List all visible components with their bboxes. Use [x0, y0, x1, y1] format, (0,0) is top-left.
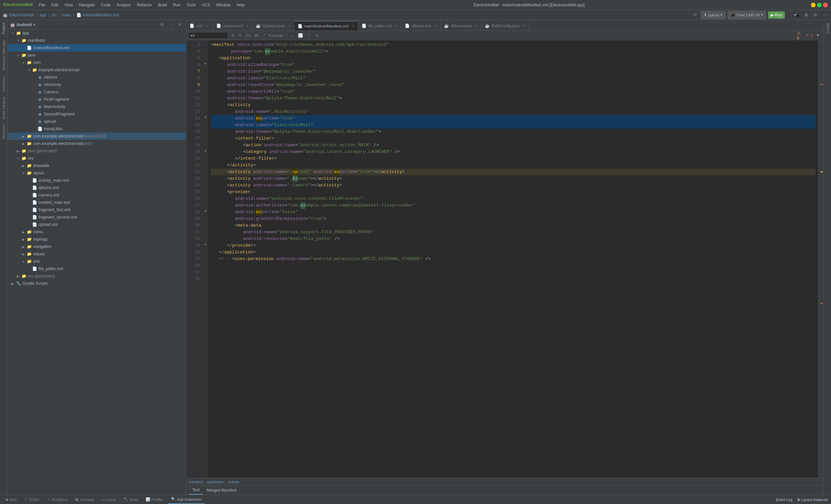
tree-item-com[interactable]: ▾ 📁 com — [7, 59, 186, 66]
device-dropdown[interactable]: 📱 Pixel 2 API 30 ▾ — [727, 11, 766, 19]
toggle-case-btn[interactable]: Cc — [245, 32, 252, 38]
tab-camera-java-close[interactable]: ✕ — [288, 24, 291, 28]
tab-buildconfig-close[interactable]: ✕ — [523, 24, 525, 28]
minimize-btn[interactable] — [811, 3, 815, 7]
tree-item-java-gen[interactable]: ▶ 📁 java (generated) — [7, 147, 186, 155]
tree-item-gradle[interactable]: ▶ 🔧 Gradle Scripts — [7, 280, 186, 287]
search-clear-btn[interactable]: ✕ — [237, 32, 243, 38]
tree-item-androidtest[interactable]: ▶ 📁 com.example.electronicmall (androidT… — [7, 132, 186, 140]
bottom-tab-terminal[interactable]: ▣ Terminal — [71, 495, 97, 504]
vtab-gradle[interactable]: Gradle — [824, 20, 831, 36]
tab-albums-xml-close[interactable]: ✕ — [434, 24, 437, 28]
menu-view[interactable]: View — [62, 2, 76, 8]
menu-build[interactable]: Build — [155, 2, 170, 8]
sdk-icon[interactable]: ⚙ — [811, 11, 819, 19]
bc-src[interactable]: src — [52, 13, 57, 18]
tab-xml[interactable]: 📄 xml ✕ — [186, 21, 213, 30]
bc-electronicmall[interactable]: ElectronicMall — [9, 13, 34, 18]
tree-item-java[interactable]: ▾ 📁 java — [7, 52, 186, 59]
search-prev-btn[interactable]: ✕ — [230, 32, 236, 38]
upload-dropdown[interactable]: ⬆ upload ▾ — [701, 11, 725, 19]
bc-manifest[interactable]: AndroidManifest.xml — [83, 13, 119, 18]
editor-tab-text[interactable]: Text — [189, 485, 203, 495]
editor-tab-merged[interactable]: Merged Manifest — [203, 485, 240, 495]
tab-androidmanifest[interactable]: 📄 main\AndroidManifest.xml ✕ — [294, 21, 358, 30]
tab-albums-java-close[interactable]: ✕ — [475, 24, 478, 28]
tab-file-paths-close[interactable]: ✕ — [395, 24, 398, 28]
tree-item-secondfragment[interactable]: ◉ SecondFragment — [7, 111, 186, 118]
tab-camera-xml-close[interactable]: ✕ — [246, 24, 249, 28]
code-area[interactable]: <manifest xmlns:android="http://schemas.… — [208, 40, 818, 478]
tree-item-manifests[interactable]: ▾ 📁 manifests — [7, 37, 186, 44]
proj-close[interactable]: ✕ — [176, 21, 183, 28]
fold-17[interactable]: ▾ — [202, 147, 208, 154]
tree-item-camera-class[interactable]: ◉ Camera — [7, 88, 186, 96]
tree-item-test[interactable]: ▶ 📁 com.example.electronicmall (test) — [7, 140, 186, 147]
ebr-activity[interactable]: activity — [228, 480, 240, 484]
bottom-tab-build[interactable]: 🔨 Build — [120, 495, 141, 504]
tab-buildconfig[interactable]: ☕ BuildConfig.java ✕ — [482, 21, 529, 30]
tree-item-drawable[interactable]: ▶ 📁 drawable — [7, 162, 186, 169]
vtab-project[interactable]: Project — [0, 20, 7, 37]
bc-app[interactable]: app — [39, 13, 46, 18]
search-down-btn[interactable]: ↓ — [291, 32, 295, 38]
ebr-application[interactable]: application — [207, 480, 224, 484]
tree-item-values[interactable]: ▶ 📁 values — [7, 250, 186, 258]
tree-item-camera-xml[interactable]: 📄 camera.xml — [7, 191, 186, 199]
tree-item-firstfragment[interactable]: ◉ FirstFragment — [7, 96, 186, 103]
search-filter-btn[interactable]: ⋮ — [306, 32, 312, 38]
tree-item-file-paths[interactable]: 📄 file_paths.xml — [7, 265, 186, 272]
tree-item-example[interactable]: ▾ 📁 example.electronicmall — [7, 66, 186, 73]
tab-file-paths[interactable]: 📄 file_paths.xml ✕ — [358, 21, 401, 30]
search-up-btn[interactable]: ↑ — [285, 32, 289, 38]
menu-edit[interactable]: Edit — [49, 2, 61, 8]
tab-camera-java[interactable]: ☕ Camera.java ✕ — [253, 21, 294, 30]
fold-12[interactable]: ▾ — [202, 114, 208, 120]
tab-androidmanifest-close[interactable]: ✕ — [352, 24, 354, 28]
tree-item-androidmanifest[interactable]: 📄 AndroidManifest.xml — [7, 44, 186, 52]
vtab-build-variants[interactable]: Build Variants — [0, 94, 7, 122]
bottom-tab-logcat[interactable]: ≡ Logcat — [98, 495, 119, 504]
ebr-manifest[interactable]: manifest — [189, 480, 203, 484]
tree-item-layout[interactable]: ▾ 📁 layout — [7, 169, 186, 177]
fold-26[interactable]: ▾ — [202, 207, 208, 214]
more-icon[interactable]: ⋯ — [821, 11, 828, 19]
proj-gear[interactable]: ⚙ — [159, 21, 166, 28]
tree-item-mainactivity[interactable]: ◉ MainActivity — [7, 103, 186, 111]
bc-main[interactable]: main — [62, 13, 71, 18]
tree-item-res-gen[interactable]: ▶ 📁 res (generated) — [7, 272, 186, 280]
bottom-tab-app-inspection[interactable]: 🔍 App Inspection — [168, 495, 205, 504]
layout-inspector-link[interactable]: 🖥 Layout Inspector — [797, 498, 828, 502]
menu-window[interactable]: Window — [213, 2, 233, 8]
tree-item-navigation[interactable]: ▶ 📁 navigation — [7, 243, 186, 250]
sync-icon[interactable]: ⟳ — [691, 11, 699, 19]
menu-code[interactable]: Code — [98, 2, 113, 8]
tree-item-albums[interactable]: ◉ Albums — [7, 73, 186, 81]
tab-albums-xml-editor[interactable]: 📄 albums.xml ✕ — [401, 21, 440, 30]
menu-help[interactable]: Help — [234, 2, 248, 8]
fold-31[interactable]: ▾ — [202, 241, 208, 248]
menu-analyze[interactable]: Analyze — [114, 2, 134, 8]
bottom-tab-run[interactable]: ▶ Run — [3, 495, 21, 504]
avd-icon[interactable]: 🖥 — [802, 11, 809, 19]
tree-item-allactivity[interactable]: ◉ AllActivity — [7, 81, 186, 88]
search-close-btn[interactable]: ✕ — [314, 32, 320, 38]
search-multi-btn[interactable]: ⬜ — [297, 32, 304, 38]
vtab-structure[interactable]: Structure — [0, 122, 7, 142]
fold-5[interactable]: ▾ — [202, 60, 208, 67]
search-input[interactable] — [188, 32, 228, 39]
menu-refactor[interactable]: Refactor — [134, 2, 155, 8]
tree-item-fragment-second[interactable]: 📄 fragment_second.xml — [7, 213, 186, 221]
menu-file[interactable]: File — [36, 2, 48, 8]
tree-item-upload-class[interactable]: ◉ upload — [7, 118, 186, 125]
menu-tools[interactable]: Tools — [184, 2, 199, 8]
tree-item-xml-folder[interactable]: ▾ 📁 xml — [7, 258, 186, 265]
tree-item-mipmap[interactable]: ▶ 📁 mipmap — [7, 236, 186, 243]
tab-albums-java[interactable]: ☕ Albums.java ✕ — [440, 21, 482, 30]
tree-item-albums-xml[interactable]: 📄 albums.xml — [7, 184, 186, 191]
tree-item-content-main[interactable]: 📄 content_main.xml — [7, 199, 186, 206]
menu-navigate[interactable]: Navigate — [76, 2, 97, 8]
tab-xml-close[interactable]: ✕ — [206, 24, 208, 28]
tree-item-upload-xml[interactable]: 📄 upload.xml — [7, 221, 186, 228]
tree-item-menu[interactable]: ▶ 📁 menu — [7, 228, 186, 236]
